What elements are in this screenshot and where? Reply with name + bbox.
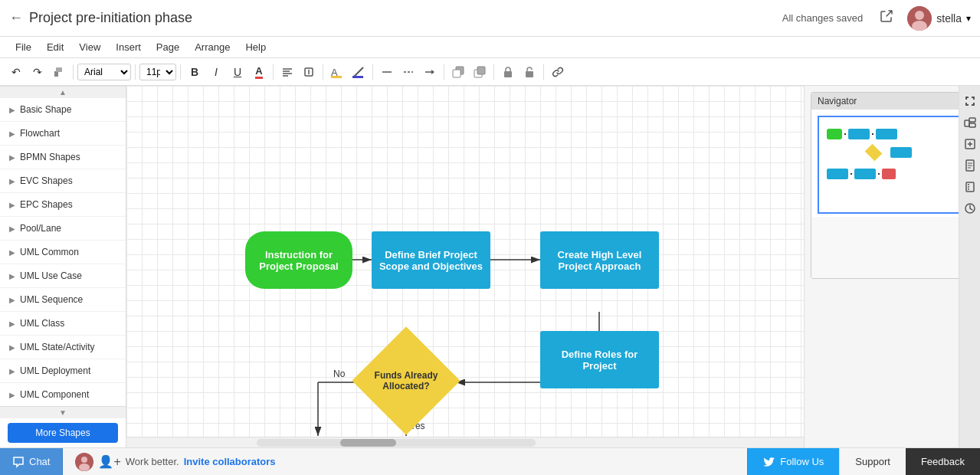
fullscreen-button[interactable] (961, 135, 979, 153)
back-button[interactable]: ← (9, 10, 23, 26)
add-collaborator-icon: 👤+ (98, 454, 120, 469)
chat-button[interactable]: Chat (0, 448, 63, 475)
right-panel: Navigator » (804, 86, 980, 447)
vertical-align-button[interactable] (299, 62, 319, 82)
feedback-label: Feedback (921, 456, 965, 467)
navigator-lower (811, 217, 974, 278)
zoom-fit-button[interactable] (961, 113, 979, 132)
format-painter-button[interactable] (49, 62, 69, 82)
svg-line-13 (354, 67, 363, 77)
sidebar-item-uml-usecase[interactable]: ▶ UML Use Case (0, 264, 126, 288)
chevron-icon: ▶ (9, 153, 15, 162)
page-setup-button[interactable] (961, 156, 979, 175)
shape-define-brief[interactable]: Define Brief ProjectScope and Objectives (372, 231, 490, 289)
sidebar-list: ▶ Basic Shape ▶ Flowchart ▶ BPMN Shapes … (0, 98, 126, 406)
svg-rect-22 (453, 70, 461, 77)
menu-insert[interactable]: Insert (110, 40, 147, 54)
lock-button[interactable] (498, 62, 518, 82)
horizontal-scrollbar[interactable] (126, 437, 804, 447)
line-style-button[interactable] (398, 62, 418, 82)
svg-rect-4 (56, 67, 62, 72)
svg-rect-14 (352, 76, 363, 78)
to-front-button[interactable] (448, 62, 468, 82)
chat-icon (12, 456, 25, 468)
chevron-icon: ▶ (9, 106, 15, 114)
sidebar-scroll-up[interactable]: ▲ (0, 86, 126, 98)
follow-us-label: Follow Us (780, 456, 824, 467)
redo-button[interactable]: ↷ (28, 62, 48, 82)
menu-help[interactable]: Help (239, 40, 272, 54)
shape-funds-allocated[interactable]: Funds AlreadyAllocated? (352, 339, 460, 423)
fill-color-button[interactable]: A (327, 62, 347, 82)
menu-arrange[interactable]: Arrange (188, 40, 236, 54)
menu-edit[interactable]: Edit (41, 40, 70, 54)
navigator-title: Navigator (818, 96, 857, 106)
connection-style-button[interactable] (377, 62, 397, 82)
user-chevron-icon: ▾ (966, 13, 971, 24)
menu-file[interactable]: File (9, 40, 38, 54)
navigator-preview[interactable] (811, 110, 974, 217)
text-align-button[interactable] (277, 62, 297, 82)
username: stella (936, 12, 962, 25)
line-color-button[interactable] (349, 62, 369, 82)
sidebar-item-pool[interactable]: ▶ Pool/Lane (0, 217, 126, 241)
italic-button[interactable]: I (206, 62, 226, 82)
navigator-box: Navigator » (811, 92, 974, 279)
font-size-select[interactable]: 11px (139, 64, 176, 80)
undo-button[interactable]: ↶ (6, 62, 26, 82)
sidebar-item-uml-class[interactable]: ▶ UML Class (0, 312, 126, 336)
fit-page-button[interactable] (961, 92, 979, 110)
menu-bar: File Edit View Insert Page Arrange Help (0, 37, 980, 58)
sidebar-item-evc[interactable]: ▶ EVC Shapes (0, 169, 126, 193)
sidebar-item-uml-deployment[interactable]: ▶ UML Deployment (0, 359, 126, 383)
sidebar-item-bpmn[interactable]: ▶ BPMN Shapes (0, 146, 126, 169)
history-button[interactable] (961, 199, 979, 218)
scrollbar-track (257, 439, 536, 447)
follow-us-button[interactable]: Follow Us (747, 448, 839, 475)
bold-button[interactable]: B (185, 62, 205, 82)
font-color-button[interactable]: A (249, 62, 269, 82)
sidebar-item-uml-component[interactable]: ▶ UML Component (0, 383, 126, 406)
menu-view[interactable]: View (73, 40, 107, 54)
to-back-button[interactable] (470, 62, 490, 82)
svg-rect-41 (969, 123, 975, 127)
invite-link[interactable]: Invite collaborators (184, 456, 276, 467)
share-button[interactable] (878, 8, 895, 28)
chevron-icon: ▶ (9, 224, 15, 233)
sidebar-item-flowchart[interactable]: ▶ Flowchart (0, 122, 126, 146)
chevron-icon: ▶ (9, 319, 15, 328)
sidebar-item-epc[interactable]: ▶ EPC Shapes (0, 193, 126, 217)
chevron-icon: ▶ (9, 248, 15, 257)
support-button[interactable]: Support (839, 448, 906, 475)
sidebar-item-basic-shape[interactable]: ▶ Basic Shape (0, 98, 126, 122)
navigator-header: Navigator » (811, 93, 973, 110)
more-shapes-button[interactable]: More Shapes (8, 423, 118, 443)
svg-rect-24 (477, 67, 485, 74)
user-menu[interactable]: stella ▾ (907, 6, 971, 31)
menu-page[interactable]: Page (150, 40, 185, 54)
sidebar-item-uml-sequence[interactable]: ▶ UML Sequence (0, 288, 126, 312)
canvas-area[interactable]: No Yes Instruction forProject Proposal D… (126, 86, 804, 447)
sidebar-item-uml-common[interactable]: ▶ UML Common (0, 241, 126, 264)
shape-define-roles[interactable]: Define Roles forProject (540, 331, 659, 388)
shape-instruction[interactable]: Instruction forProject Proposal (245, 231, 352, 289)
sidebar-item-uml-state[interactable]: ▶ UML State/Activity (0, 336, 126, 359)
sidebar-scroll-down[interactable]: ▼ (0, 406, 126, 418)
chevron-icon: ▶ (9, 272, 15, 280)
app-title: Project pre-initiation phase (29, 10, 782, 26)
svg-rect-25 (504, 71, 512, 77)
shape-create-high[interactable]: Create High LevelProject Approach (540, 231, 659, 289)
unlock-button[interactable] (519, 62, 539, 82)
font-family-select[interactable]: Arial (77, 64, 131, 80)
chevron-icon: ▶ (9, 129, 15, 138)
feedback-button[interactable]: Feedback (906, 448, 980, 475)
arrow-style-button[interactable] (420, 62, 440, 82)
underline-button[interactable]: U (228, 62, 247, 82)
save-status: All changes saved (782, 12, 864, 24)
link-button[interactable] (548, 62, 568, 82)
svg-rect-49 (966, 182, 974, 192)
twitter-icon (763, 456, 775, 468)
scrollbar-thumb[interactable] (340, 439, 396, 447)
format-button[interactable] (961, 178, 979, 196)
svg-rect-40 (969, 118, 975, 122)
